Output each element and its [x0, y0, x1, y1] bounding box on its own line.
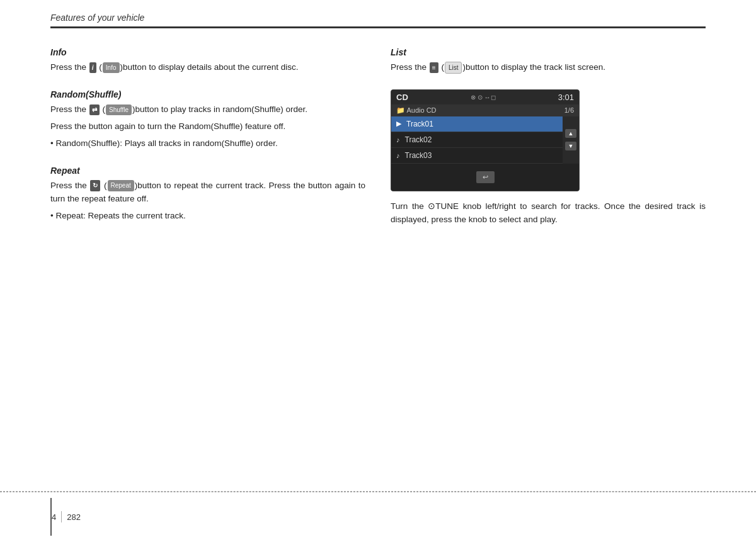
cd-back-button[interactable]: ↩	[476, 171, 495, 183]
info-button-icon: i	[89, 62, 96, 74]
cd-music-icon-3: ♪	[396, 152, 400, 159]
shuffle-button-icon: ⇄	[89, 104, 100, 116]
cd-label: CD	[396, 93, 408, 102]
section-info-body: Press the i (Info)button to display deta…	[50, 61, 365, 74]
cd-track-2-name: Track02	[405, 135, 432, 144]
cd-folder-name: Audio CD	[406, 106, 436, 114]
footer-divider	[61, 511, 62, 522]
page: Features of your vehicle Info Press the …	[0, 0, 756, 542]
footer-page: 282	[67, 512, 81, 522]
list-button-icon: ≡	[430, 62, 438, 74]
left-column: Info Press the i (Info)button to display…	[50, 47, 365, 237]
section-repeat-title: Repeat	[50, 166, 365, 176]
section-repeat: Repeat Press the ↻ (Repeat)button to rep…	[50, 166, 365, 223]
cd-folder-icon: 📁 Audio CD	[396, 106, 437, 115]
cd-icons: ⊗ ⊙ ↔◻	[471, 94, 496, 101]
section-info-title: Info	[50, 47, 365, 57]
cd-time: 3:01	[558, 93, 574, 102]
cd-folder-row: 📁 Audio CD 1/6	[391, 104, 579, 116]
cd-play-icon: ▶	[396, 120, 401, 128]
footer-section: 4	[52, 512, 56, 522]
cd-scroll-col: ▲ ▼	[563, 116, 579, 164]
info-button-label: Info	[103, 62, 120, 74]
cd-scroll-up[interactable]: ▲	[565, 129, 576, 138]
section-random-body1: Press the ⇄ (Shuffle)button to play trac…	[50, 103, 365, 116]
section-random-bullet: • Random(Shuffle): Plays all tracks in r…	[50, 137, 365, 150]
section-repeat-body: Press the ↻ (Repeat)button to repeat the…	[50, 179, 365, 206]
repeat-button-icon: ↻	[90, 180, 100, 191]
cd-music-icon-2: ♪	[396, 136, 400, 144]
footer: 4 282	[0, 491, 756, 542]
section-repeat-bullet: • Repeat: Repeats the current track.	[50, 210, 365, 223]
section-random-title: Random(Shuffle)	[50, 89, 365, 99]
page-title: Features of your vehicle	[50, 13, 144, 23]
cd-screen-header: CD ⊗ ⊙ ↔◻ 3:01	[391, 90, 579, 104]
cd-track-1-name: Track01	[406, 120, 433, 128]
cd-screen: CD ⊗ ⊙ ↔◻ 3:01 📁 Audio CD 1/6 ▶ Track01	[391, 89, 580, 191]
page-header: Features of your vehicle	[50, 0, 706, 28]
cd-folder-num: 1/6	[564, 106, 574, 114]
shuffle-button-label: Shuffle	[106, 104, 132, 116]
section-list-body: Press the ≡ (List)button to display the …	[391, 61, 706, 74]
section-list: List Press the ≡ (List)button to display…	[391, 47, 706, 74]
footer-numbers: 4 282	[52, 511, 81, 522]
cd-tracks-col: ▶ Track01 ♪ Track02 ♪ Track03	[391, 116, 563, 164]
list-button-label: List	[445, 62, 462, 74]
cd-track-2: ♪ Track02	[391, 132, 563, 148]
section-random-body2: Press the button again to turn the Rando…	[50, 120, 365, 133]
cd-scroll-down[interactable]: ▼	[565, 142, 576, 150]
footer-dashed-line	[0, 492, 756, 492]
section-list-title: List	[391, 47, 706, 57]
repeat-button-label: Repeat	[108, 180, 134, 191]
section-info: Info Press the i (Info)button to display…	[50, 47, 365, 74]
cd-back-row: ↩	[391, 164, 579, 191]
content-columns: Info Press the i (Info)button to display…	[50, 47, 706, 237]
cd-tracks-scroll-row: ▶ Track01 ♪ Track02 ♪ Track03 ▲	[391, 116, 579, 164]
cd-track-3: ♪ Track03	[391, 148, 563, 164]
right-column: List Press the ≡ (List)button to display…	[391, 47, 706, 237]
cd-track-1: ▶ Track01	[391, 116, 563, 132]
section-random: Random(Shuffle) Press the ⇄ (Shuffle)but…	[50, 89, 365, 150]
cd-track-3-name: Track03	[405, 151, 432, 160]
tune-description: Turn the ⊙TUNE knob left/right to search…	[391, 200, 706, 227]
